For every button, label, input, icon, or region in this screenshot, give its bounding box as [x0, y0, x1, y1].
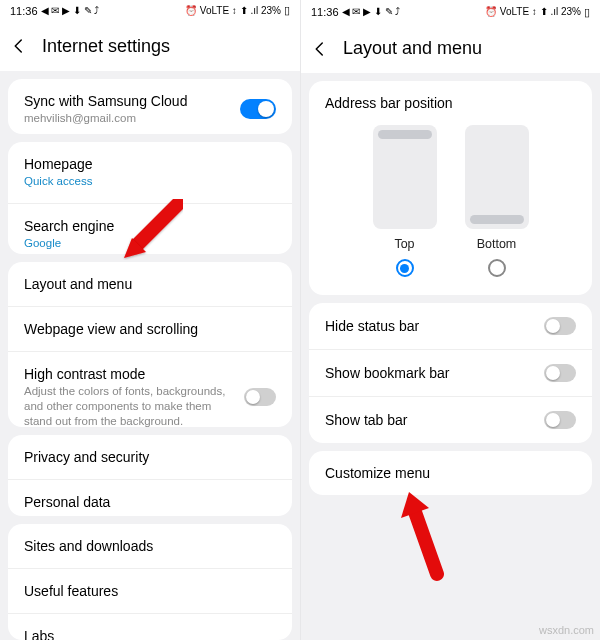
- labs-title: Labs: [24, 628, 276, 640]
- row-hide-status[interactable]: Hide status bar: [309, 303, 592, 349]
- status-icons-right: ⏰ VoLTE ↕ ⬆ .ıl 23%: [185, 6, 281, 16]
- header: Internet settings: [0, 22, 300, 71]
- card-bar-toggles: Hide status bar Show bookmark bar Show t…: [309, 303, 592, 443]
- search-sub: Google: [24, 236, 276, 251]
- status-bar: 11:36 ◀ ✉ ▶ ⬇ ✎ ⤴ ⏰ VoLTE ↕ ⬆ .ıl 23% ▯: [0, 0, 300, 22]
- row-useful-features[interactable]: Useful features: [8, 568, 292, 613]
- row-customize-menu[interactable]: Customize menu: [309, 451, 592, 495]
- sites-title: Sites and downloads: [24, 538, 276, 554]
- contrast-sub: Adjust the colors of fonts, backgrounds,…: [24, 384, 234, 427]
- card-home-search: Homepage Quick access Search engine Goog…: [8, 142, 292, 254]
- card-sync: Sync with Samsung Cloud mehvilish@gmail.…: [8, 79, 292, 134]
- page-title: Layout and menu: [343, 38, 482, 59]
- header: Layout and menu: [301, 24, 600, 73]
- battery-icon: ▯: [584, 6, 590, 19]
- personal-title: Personal data: [24, 494, 276, 510]
- radio-top[interactable]: [396, 259, 414, 277]
- card-misc: Sites and downloads Useful features Labs: [8, 524, 292, 640]
- row-sync[interactable]: Sync with Samsung Cloud mehvilish@gmail.…: [8, 79, 292, 134]
- row-high-contrast[interactable]: High contrast mode Adjust the colors of …: [8, 351, 292, 427]
- row-homepage[interactable]: Homepage Quick access: [8, 142, 292, 203]
- back-icon[interactable]: [10, 37, 28, 55]
- option-bottom-label: Bottom: [477, 237, 517, 251]
- option-top[interactable]: Top: [373, 125, 437, 277]
- row-tab-bar[interactable]: Show tab bar: [309, 396, 592, 443]
- tabbar-title: Show tab bar: [325, 412, 534, 428]
- row-bookmark-bar[interactable]: Show bookmark bar: [309, 349, 592, 396]
- screen-internet-settings: 11:36 ◀ ✉ ▶ ⬇ ✎ ⤴ ⏰ VoLTE ↕ ⬆ .ıl 23% ▯ …: [0, 0, 300, 640]
- row-search-engine[interactable]: Search engine Google: [8, 203, 292, 254]
- row-sites-downloads[interactable]: Sites and downloads: [8, 524, 292, 568]
- bookmark-title: Show bookmark bar: [325, 365, 534, 381]
- option-bottom[interactable]: Bottom: [465, 125, 529, 277]
- card-privacy-group: Privacy and security Personal data: [8, 435, 292, 516]
- battery-icon: ▯: [284, 4, 290, 17]
- row-privacy[interactable]: Privacy and security: [8, 435, 292, 479]
- preview-bottom-icon: [465, 125, 529, 229]
- radio-bottom[interactable]: [488, 259, 506, 277]
- contrast-toggle[interactable]: [244, 388, 276, 406]
- contrast-title: High contrast mode: [24, 366, 234, 382]
- status-time: 11:36: [311, 6, 339, 18]
- watermark: wsxdn.com: [539, 624, 594, 636]
- option-top-label: Top: [394, 237, 414, 251]
- hide-status-title: Hide status bar: [325, 318, 534, 334]
- row-webpage-view[interactable]: Webpage view and scrolling: [8, 306, 292, 351]
- homepage-sub: Quick access: [24, 174, 276, 189]
- useful-title: Useful features: [24, 583, 276, 599]
- status-icons-right: ⏰ VoLTE ↕ ⬆ .ıl 23%: [485, 7, 581, 17]
- back-icon[interactable]: [311, 40, 329, 58]
- screen-layout-and-menu: 11:36 ◀ ✉ ▶ ⬇ ✎ ⤴ ⏰ VoLTE ↕ ⬆ .ıl 23% ▯ …: [300, 0, 600, 640]
- card-customize: Customize menu: [309, 451, 592, 495]
- tabbar-toggle[interactable]: [544, 411, 576, 429]
- homepage-title: Homepage: [24, 156, 276, 172]
- privacy-title: Privacy and security: [24, 449, 276, 465]
- status-bar: 11:36 ◀ ✉ ▶ ⬇ ✎ ⤴ ⏰ VoLTE ↕ ⬆ .ıl 23% ▯: [301, 0, 600, 24]
- status-icons-left: ◀ ✉ ▶ ⬇ ✎ ⤴: [41, 6, 100, 16]
- card-address-bar: Address bar position Top Bottom: [309, 81, 592, 295]
- sync-sub: mehvilish@gmail.com: [24, 111, 230, 126]
- row-labs[interactable]: Labs: [8, 613, 292, 640]
- bookmark-toggle[interactable]: [544, 364, 576, 382]
- status-icons-left: ◀ ✉ ▶ ⬇ ✎ ⤴: [342, 7, 401, 17]
- search-title: Search engine: [24, 218, 276, 234]
- row-layout-menu[interactable]: Layout and menu: [8, 262, 292, 306]
- customize-title: Customize menu: [325, 465, 576, 481]
- hide-status-toggle[interactable]: [544, 317, 576, 335]
- webpage-title: Webpage view and scrolling: [24, 321, 276, 337]
- status-time: 11:36: [10, 5, 38, 17]
- sync-toggle[interactable]: [240, 99, 276, 119]
- row-personal-data[interactable]: Personal data: [8, 479, 292, 516]
- sync-title: Sync with Samsung Cloud: [24, 93, 230, 109]
- card-layout-group: Layout and menu Webpage view and scrolli…: [8, 262, 292, 427]
- arrow-customize-icon: [393, 484, 473, 584]
- layout-title: Layout and menu: [24, 276, 276, 292]
- page-title: Internet settings: [42, 36, 170, 57]
- preview-top-icon: [373, 125, 437, 229]
- address-bar-label: Address bar position: [325, 95, 576, 111]
